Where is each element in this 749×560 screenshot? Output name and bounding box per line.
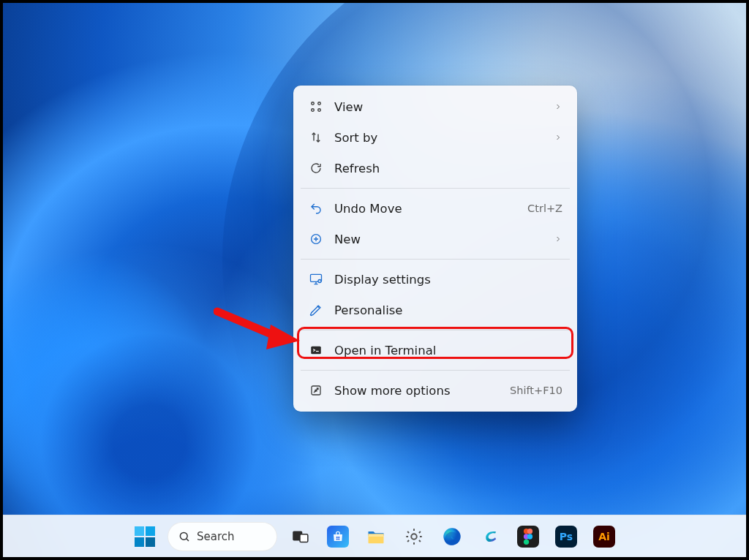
context-item-label: Refresh bbox=[334, 162, 562, 175]
svg-rect-12 bbox=[336, 537, 338, 538]
context-item-new[interactable]: New bbox=[298, 224, 573, 254]
context-item-view[interactable]: View bbox=[298, 91, 573, 122]
illustrator-icon: Ai bbox=[593, 526, 615, 548]
display-icon bbox=[308, 271, 324, 287]
task-view-icon bbox=[289, 526, 311, 548]
refresh-icon bbox=[308, 160, 324, 176]
windows-logo-icon bbox=[135, 526, 155, 547]
context-item-personalise[interactable]: Personalise bbox=[298, 295, 573, 325]
taskbar-copilot[interactable] bbox=[475, 521, 505, 552]
chevron-right-icon bbox=[554, 232, 562, 246]
more-icon bbox=[308, 382, 324, 398]
context-item-label: Personalise bbox=[334, 303, 562, 317]
desktop-context-menu: View Sort by Refresh Undo Move Ctrl+Z Ne… bbox=[293, 86, 577, 412]
svg-rect-16 bbox=[369, 534, 384, 537]
taskbar-task-view[interactable] bbox=[285, 521, 315, 552]
context-separator bbox=[301, 330, 570, 330]
context-item-label: Undo Move bbox=[334, 202, 517, 216]
context-separator bbox=[301, 370, 570, 371]
context-item-show-more-options[interactable]: Show more options Shift+F10 bbox=[298, 375, 573, 406]
sort-icon bbox=[308, 129, 324, 145]
file-explorer-icon bbox=[365, 526, 387, 548]
personalise-icon bbox=[308, 302, 324, 318]
chevron-right-icon bbox=[554, 100, 562, 114]
svg-point-9 bbox=[180, 532, 187, 540]
context-item-label: Open in Terminal bbox=[334, 344, 562, 357]
taskbar-file-explorer[interactable] bbox=[361, 521, 391, 552]
microsoft-store-icon bbox=[327, 526, 349, 548]
svg-point-17 bbox=[411, 534, 416, 539]
svg-point-23 bbox=[524, 539, 529, 544]
taskbar-search[interactable]: Search bbox=[168, 522, 277, 551]
context-item-label: New bbox=[334, 232, 543, 246]
svg-rect-15 bbox=[338, 538, 339, 540]
svg-point-20 bbox=[527, 529, 532, 534]
undo-icon bbox=[308, 200, 324, 216]
svg-point-22 bbox=[527, 534, 532, 539]
context-item-label: Sort by bbox=[334, 131, 543, 145]
context-item-display-settings[interactable]: Display settings bbox=[298, 264, 573, 295]
terminal-icon bbox=[308, 342, 324, 358]
context-item-label: Show more options bbox=[334, 384, 500, 398]
context-item-sort-by[interactable]: Sort by bbox=[298, 122, 573, 153]
edge-icon bbox=[441, 526, 463, 548]
taskbar-start-button[interactable] bbox=[129, 521, 160, 552]
taskbar: Search Ps bbox=[3, 515, 746, 557]
context-separator bbox=[301, 188, 570, 189]
svg-point-2 bbox=[312, 109, 315, 112]
svg-point-3 bbox=[318, 109, 321, 112]
taskbar-microsoft-store[interactable] bbox=[323, 521, 353, 552]
taskbar-illustrator[interactable]: Ai bbox=[589, 521, 620, 552]
context-item-label: Display settings bbox=[334, 273, 562, 287]
svg-rect-14 bbox=[336, 538, 338, 540]
taskbar-search-label: Search bbox=[197, 530, 235, 543]
context-item-undo-move[interactable]: Undo Move Ctrl+Z bbox=[298, 193, 573, 224]
svg-rect-7 bbox=[311, 347, 321, 355]
figma-icon bbox=[517, 526, 539, 548]
photoshop-icon: Ps bbox=[555, 526, 577, 548]
context-item-open-in-terminal[interactable]: Open in Terminal bbox=[298, 335, 573, 366]
context-item-shortcut: Ctrl+Z bbox=[527, 203, 562, 214]
context-item-shortcut: Shift+F10 bbox=[510, 385, 562, 396]
svg-rect-13 bbox=[338, 537, 339, 538]
taskbar-edge[interactable] bbox=[437, 521, 467, 552]
taskbar-settings[interactable] bbox=[399, 521, 429, 552]
taskbar-figma[interactable] bbox=[513, 521, 543, 552]
context-item-label: View bbox=[334, 100, 543, 114]
taskbar-photoshop[interactable]: Ps bbox=[551, 521, 581, 552]
search-icon bbox=[178, 530, 191, 543]
context-separator bbox=[301, 259, 570, 260]
copilot-icon bbox=[479, 526, 501, 548]
new-icon bbox=[308, 231, 324, 247]
svg-point-1 bbox=[318, 102, 321, 105]
svg-rect-11 bbox=[300, 534, 308, 542]
chevron-right-icon bbox=[554, 131, 562, 145]
grid-icon bbox=[308, 99, 324, 115]
settings-icon bbox=[403, 526, 425, 548]
context-item-refresh[interactable]: Refresh bbox=[298, 153, 573, 183]
svg-point-0 bbox=[312, 102, 315, 105]
